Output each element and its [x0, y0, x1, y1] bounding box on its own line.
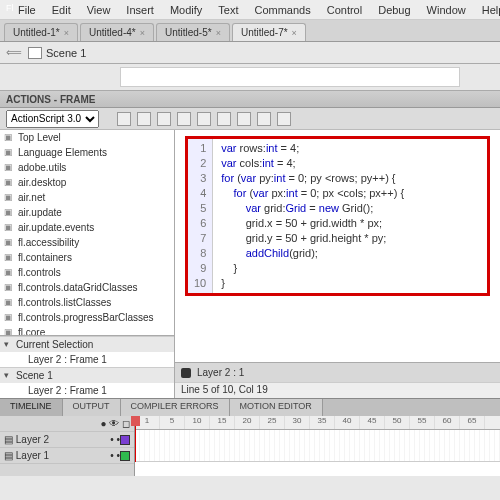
close-icon[interactable]: × — [64, 28, 69, 38]
doc-tab[interactable]: Untitled-7*× — [232, 23, 306, 41]
pin-icon[interactable] — [257, 112, 271, 126]
close-icon[interactable]: × — [140, 28, 145, 38]
tree-node[interactable]: fl.core — [0, 325, 174, 336]
menu-control[interactable]: Control — [319, 2, 370, 18]
doc-tab[interactable]: Untitled-4*× — [80, 23, 154, 41]
scene-icon — [28, 47, 42, 59]
language-select[interactable]: ActionScript 3.0 — [6, 110, 99, 128]
find-icon[interactable] — [137, 112, 151, 126]
code-content[interactable]: var rows:int = 4; var cols:int = 4; for … — [213, 139, 412, 293]
tree-node[interactable]: fl.controls.dataGridClasses — [0, 280, 174, 295]
check-icon[interactable] — [157, 112, 171, 126]
scene-label: Scene 1 — [46, 47, 86, 59]
tree-node[interactable]: fl.controls.listClasses — [0, 295, 174, 310]
menu-edit[interactable]: Edit — [44, 2, 79, 18]
collapse-icon[interactable] — [237, 112, 251, 126]
document-tabs: Untitled-1*×Untitled-4*×Untitled-5*×Unti… — [0, 20, 500, 42]
scene-section-header[interactable]: Scene 1 — [0, 368, 174, 383]
debug-icon[interactable] — [217, 112, 231, 126]
sidebar: Top LevelLanguage Elementsadobe.utilsair… — [0, 130, 175, 398]
menu-text[interactable]: Text — [210, 2, 246, 18]
doc-tab[interactable]: Untitled-5*× — [156, 23, 230, 41]
tree-node[interactable]: Language Elements — [0, 145, 174, 160]
actions-panel-header[interactable]: ACTIONS - FRAME — [0, 90, 500, 108]
bottom-tab-output[interactable]: OUTPUT — [63, 399, 121, 416]
bottom-tab-timeline[interactable]: TIMELINE — [0, 399, 63, 416]
layer-indicator: Layer 2 : 1 — [197, 367, 244, 378]
menu-window[interactable]: Window — [419, 2, 474, 18]
menu-file[interactable]: File — [10, 2, 44, 18]
timeline-layers: ● 👁 ◻▤ Layer 2• •▤ Layer 1• • — [0, 416, 135, 476]
bottom-tab-motion-editor[interactable]: MOTION EDITOR — [230, 399, 323, 416]
close-icon[interactable]: × — [216, 28, 221, 38]
tree-node[interactable]: air.net — [0, 190, 174, 205]
tree-node[interactable]: fl.controls.progressBarClasses — [0, 310, 174, 325]
current-selection-item[interactable]: Layer 2 : Frame 1 — [0, 352, 174, 367]
menu-view[interactable]: View — [79, 2, 119, 18]
timeline-grid[interactable]: 15101520253035404550556065 — [135, 416, 500, 476]
hint-icon[interactable] — [197, 112, 211, 126]
tree-node[interactable]: fl.containers — [0, 250, 174, 265]
back-icon[interactable]: ⟸ — [6, 46, 22, 59]
layer-indicator-row: Layer 2 : 1 — [175, 362, 500, 382]
timeline-ruler: 15101520253035404550556065 — [135, 416, 500, 430]
close-icon[interactable]: × — [292, 28, 297, 38]
menu-help[interactable]: Help — [474, 2, 500, 18]
menu-debug[interactable]: Debug — [370, 2, 418, 18]
code-box[interactable]: 12345678910 var rows:int = 4; var cols:i… — [185, 136, 490, 296]
actions-toolbar: ActionScript 3.0 — [0, 108, 500, 130]
layer-row[interactable]: ▤ Layer 2• • — [0, 432, 134, 448]
menu-commands[interactable]: Commands — [246, 2, 318, 18]
tree-node[interactable]: air.update.events — [0, 220, 174, 235]
help-icon[interactable] — [277, 112, 291, 126]
playhead[interactable] — [135, 416, 136, 462]
doc-tab[interactable]: Untitled-1*× — [4, 23, 78, 41]
scene-row: ⟸ Scene 1 — [0, 42, 500, 64]
actions-title: ACTIONS - FRAME — [6, 94, 95, 105]
current-selection-header[interactable]: Current Selection — [0, 337, 174, 352]
bottom-tabs: TIMELINEOUTPUTCOMPILER ERRORSMOTION EDIT… — [0, 398, 500, 416]
package-tree[interactable]: Top LevelLanguage Elementsadobe.utilsair… — [0, 130, 174, 336]
tree-node[interactable]: fl.controls — [0, 265, 174, 280]
code-editor: 12345678910 var rows:int = 4; var cols:i… — [175, 130, 500, 398]
bottom-tab-compiler-errors[interactable]: COMPILER ERRORS — [121, 399, 230, 416]
menu-bar: FileEditViewInsertModifyTextCommandsCont… — [0, 0, 500, 20]
tree-node[interactable]: adobe.utils — [0, 160, 174, 175]
toolbar-icons — [117, 112, 291, 126]
menu-insert[interactable]: Insert — [118, 2, 162, 18]
add-icon[interactable] — [117, 112, 131, 126]
tree-node[interactable]: air.desktop — [0, 175, 174, 190]
gutter: 12345678910 — [188, 139, 213, 293]
address-bar[interactable] — [120, 67, 460, 87]
timeline: ● 👁 ◻▤ Layer 2• •▤ Layer 1• • 1510152025… — [0, 416, 500, 476]
layer-row[interactable]: ▤ Layer 1• • — [0, 448, 134, 464]
tree-node[interactable]: air.update — [0, 205, 174, 220]
tree-node[interactable]: fl.accessibility — [0, 235, 174, 250]
tree-node[interactable]: Top Level — [0, 130, 174, 145]
scene-section-item[interactable]: Layer 2 : Frame 1 — [0, 383, 174, 398]
menu-modify[interactable]: Modify — [162, 2, 210, 18]
layer-bullet-icon — [181, 368, 191, 378]
format-icon[interactable] — [177, 112, 191, 126]
status-bar: Line 5 of 10, Col 19 — [175, 382, 500, 398]
timeline-frames[interactable] — [135, 430, 500, 462]
